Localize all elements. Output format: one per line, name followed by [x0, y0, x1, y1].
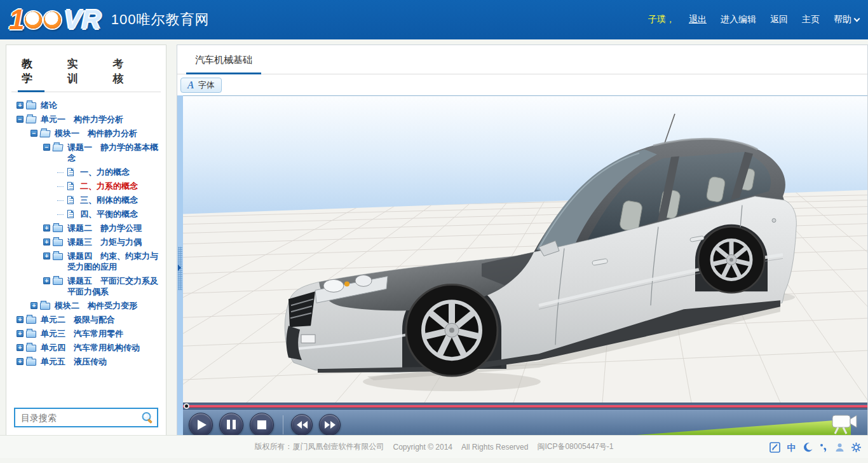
catalog-search: [14, 408, 158, 427]
tree-item[interactable]: 四、平衡的概念: [10, 209, 163, 219]
collapse-icon[interactable]: −: [43, 144, 50, 151]
rights-text: All Rights Reserved: [461, 443, 528, 452]
tree-connector: [57, 172, 64, 173]
tree-item[interactable]: − 课题一 静力学的基本概念: [10, 142, 163, 163]
folder-closed-icon: [53, 224, 64, 232]
tree-item[interactable]: + 单元三 汽车常用零件: [10, 328, 163, 339]
help-menu[interactable]: 帮助: [834, 14, 859, 25]
panel-splitter[interactable]: [177, 95, 183, 439]
tree-item[interactable]: + 单元五 液压传动: [10, 356, 163, 367]
playback-progress-bar[interactable]: [183, 403, 867, 409]
search-icon[interactable]: [140, 411, 154, 427]
font-a-icon: A: [187, 81, 194, 90]
logo-one: 1: [9, 7, 24, 32]
home-link[interactable]: 主页: [802, 14, 820, 25]
tree-item[interactable]: + 单元四 汽车常用机构传动: [10, 342, 163, 353]
folder-closed-icon: [53, 238, 64, 246]
chevron-down-icon: [854, 16, 860, 22]
3d-viewer[interactable]: [183, 95, 867, 403]
moon-icon[interactable]: [803, 442, 813, 453]
folder-closed-icon: [26, 315, 37, 324]
tree-connector: [57, 214, 64, 215]
copyright-year: Copyright © 2014: [393, 443, 452, 452]
tab-course-title[interactable]: 汽车机械基础: [186, 48, 261, 74]
font-button[interactable]: A 字体: [180, 78, 222, 93]
expand-icon[interactable]: +: [43, 225, 50, 232]
rewind-button[interactable]: [291, 414, 313, 436]
folder-open-icon: [40, 129, 51, 137]
tree-item[interactable]: + 模块二 构件受力变形: [10, 300, 163, 311]
expand-icon[interactable]: +: [17, 330, 24, 337]
video-camera-icon[interactable]: [831, 413, 858, 434]
tree-connector: [57, 200, 64, 201]
expand-icon[interactable]: +: [43, 252, 50, 259]
speed-wedge[interactable]: [628, 418, 851, 436]
collapse-icon[interactable]: −: [31, 130, 37, 137]
footer: 版权所有：厦门凤凰创壹软件有限公司 Copyright © 2014 All R…: [0, 435, 868, 458]
tree-connector: [57, 186, 64, 187]
tree-item[interactable]: 一、力的概念: [10, 167, 163, 177]
expand-icon[interactable]: +: [17, 316, 24, 323]
input-method-tray: 中: [770, 436, 862, 459]
content-area: 教学 实训 考核 + 绪论 − 单元一 构件力学分析 − 模块一 构件静力分析 …: [0, 39, 868, 435]
folder-closed-icon: [26, 101, 37, 109]
folder-closed-icon: [53, 252, 64, 260]
search-input[interactable]: [14, 408, 158, 427]
course-sidebar: 教学 实训 考核 + 绪论 − 单元一 构件力学分析 − 模块一 构件静力分析 …: [6, 45, 166, 437]
expand-icon[interactable]: +: [43, 238, 50, 245]
folder-closed-icon: [26, 329, 37, 338]
tree-item[interactable]: + 课题五 平面汇交力系及平面力偶系: [10, 275, 163, 297]
chinese-mode-icon[interactable]: 中: [786, 442, 797, 453]
tree-item[interactable]: + 课题四 约束、约束力与受力图的应用: [10, 251, 163, 272]
tree-item[interactable]: + 课题二 静力学公理: [10, 223, 163, 233]
tab-training[interactable]: 实训: [64, 52, 93, 92]
tree-item[interactable]: − 模块一 构件静力分析: [10, 128, 163, 139]
header: 1 VR 100唯尔教育网 子璞， 退出 进入编辑 返回 主页 帮助: [0, 0, 868, 39]
folder-closed-icon: [40, 301, 51, 310]
expand-icon[interactable]: +: [17, 102, 24, 109]
header-links: 子璞， 退出 进入编辑 返回 主页 帮助: [648, 14, 859, 25]
main-panel: 汽车机械基础 A 字体: [177, 45, 868, 440]
back-link[interactable]: 返回: [770, 14, 788, 25]
document-icon: [65, 210, 77, 218]
site-title: 100唯尔教育网: [111, 10, 210, 29]
tree-item[interactable]: + 绪论: [10, 100, 163, 111]
settings-icon[interactable]: [851, 442, 862, 453]
tab-teaching[interactable]: 教学: [18, 52, 47, 92]
progress-knob[interactable]: [184, 403, 189, 409]
expand-icon[interactable]: +: [17, 344, 24, 351]
folder-open-icon: [26, 115, 37, 123]
svg-text:中: 中: [787, 442, 796, 452]
input-pen-icon[interactable]: [770, 442, 780, 453]
splitter-arrow-icon: [178, 265, 181, 271]
course-tree: + 绪论 − 单元一 构件力学分析 − 模块一 构件静力分析 − 课题一 静力学…: [6, 92, 166, 401]
folder-closed-icon: [26, 357, 37, 366]
tree-item[interactable]: + 课题三 力矩与力偶: [10, 237, 163, 247]
tree-item[interactable]: + 单元二 极限与配合: [10, 314, 163, 325]
punctuation-icon[interactable]: [819, 442, 829, 453]
site-logo[interactable]: 1 VR: [9, 7, 101, 32]
document-icon: [65, 196, 77, 204]
stop-button[interactable]: [250, 413, 274, 437]
icp-number: 闽ICP备08005447号-1: [537, 441, 613, 452]
tab-assessment[interactable]: 考核: [109, 52, 138, 92]
expand-icon[interactable]: +: [43, 277, 50, 284]
play-button[interactable]: [189, 413, 213, 437]
expand-icon[interactable]: +: [17, 358, 24, 365]
user-icon[interactable]: [834, 442, 845, 453]
logout-link[interactable]: 退出: [689, 14, 707, 25]
enter-edit-link[interactable]: 进入编辑: [721, 14, 756, 25]
folder-closed-icon: [53, 277, 64, 285]
collapse-icon[interactable]: −: [17, 116, 24, 123]
folder-open-icon: [53, 143, 64, 151]
pause-button[interactable]: [219, 413, 243, 437]
car-3d-scene: [183, 96, 867, 403]
logo-vr: VR: [64, 7, 100, 32]
fast-forward-button[interactable]: [319, 414, 341, 436]
tree-item[interactable]: − 单元一 构件力学分析: [10, 114, 163, 125]
expand-icon[interactable]: +: [31, 302, 37, 309]
tree-item[interactable]: 三、刚体的概念: [10, 195, 163, 205]
document-icon: [65, 168, 77, 176]
tree-item-selected[interactable]: 二、力系的概念: [10, 181, 163, 191]
logo-eye-icon: [44, 11, 61, 29]
